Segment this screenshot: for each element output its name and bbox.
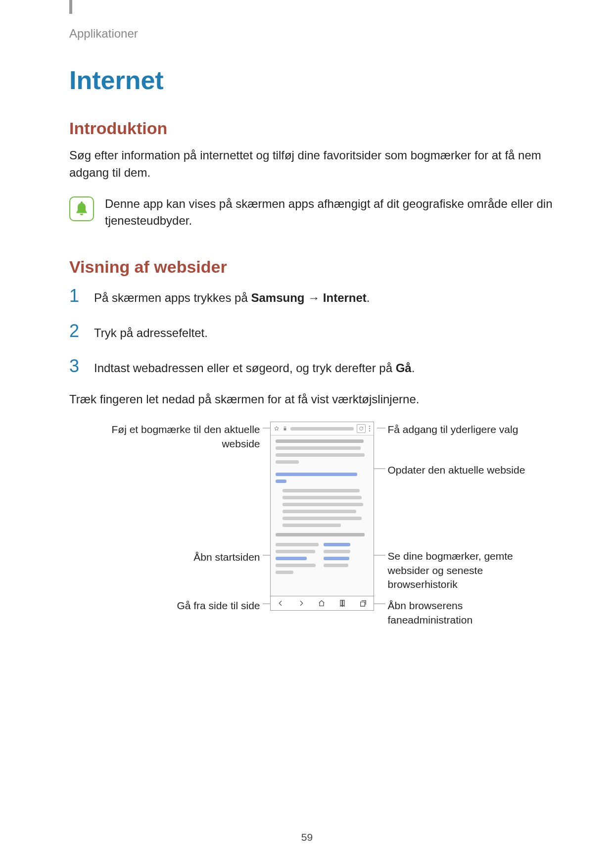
step-list: 1 På skærmen apps trykkes på Samsung → I… [69,286,579,377]
bookmarks-icon [332,599,353,607]
page-title: Internet [69,65,579,95]
svg-point-4 [369,426,370,427]
note-block: Denne app kan vises på skærmen apps afhæ… [69,195,579,230]
intro-heading: Introduktion [69,119,579,138]
callout-tabs: Åbn browserens faneadministration [388,599,536,627]
tabs-icon [353,599,374,607]
callout-bookmark: Føj et bogmærke til den aktuelle webside [102,423,260,451]
star-icon [274,426,280,432]
page-content-mock [271,435,374,597]
reload-icon [357,424,366,433]
browser-mock [270,422,374,611]
step-num-1: 1 [69,286,83,306]
address-bar [271,422,374,435]
page-tab-mark [69,0,72,14]
callout-more: Få adgang til yderligere valg [388,423,536,436]
diagram: Føj et bogmærke til den aktuelle webside… [102,422,547,620]
breadcrumb: Applikationer [69,27,579,41]
view-heading: Visning af websider [69,257,579,277]
url-text [290,427,354,431]
svg-point-5 [369,428,370,429]
callout-nav: Gå fra side til side [102,599,260,613]
intro-text: Søg efter information på internettet og … [69,147,579,182]
lock-icon [283,426,287,432]
step-num-2: 2 [69,321,83,341]
forward-icon [291,599,312,607]
more-icon [369,425,371,432]
step-num-3: 3 [69,356,83,377]
callout-reload: Opdater den aktuelle webside [388,463,546,477]
bell-icon [69,196,94,221]
step-2: 2 Tryk på adressefeltet. [69,321,579,342]
page-number: 59 [0,831,614,843]
callout-bookmarks-history: Se dine bogmærker, gemte websider og sen… [388,549,536,591]
back-icon [271,599,291,607]
note-text: Denne app kan vises på skærmen apps afhæ… [105,195,579,230]
callout-home: Åbn startsiden [102,550,260,564]
step-3-text: Indtast webadressen eller et søgeord, og… [94,360,415,377]
step-1-text: På skærmen apps trykkes på Samsung → Int… [94,289,370,307]
step-1: 1 På skærmen apps trykkes på Samsung → I… [69,286,579,307]
bottom-toolbar [271,596,374,610]
swipe-text: Træk fingeren let nedad på skærmen for a… [69,391,579,408]
svg-point-6 [369,431,370,432]
home-icon [312,599,332,607]
step-3: 3 Indtast webadressen eller et søgeord, … [69,356,579,377]
step-2-text: Tryk på adressefeltet. [94,325,208,342]
